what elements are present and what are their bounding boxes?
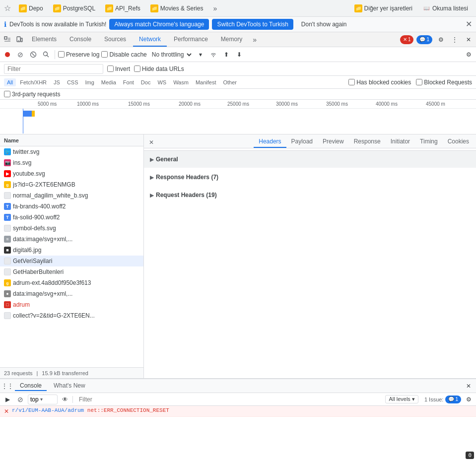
file-item-youtube[interactable]: ▶ youtube.svg (0, 168, 143, 179)
close-notification-button[interactable]: ✕ (466, 20, 472, 28)
console-filter-input[interactable] (77, 396, 383, 403)
bookmark-postgresql[interactable]: 📁 PostgreSQL (49, 3, 99, 14)
stop-button[interactable]: ⊘ (15, 49, 26, 60)
close-devtools-button[interactable]: ✕ (463, 34, 474, 45)
inspect-element-button[interactable] (2, 34, 13, 45)
throttle-select[interactable]: No throttling (149, 51, 193, 59)
search-button[interactable] (41, 49, 52, 60)
bookmark-other[interactable]: 📁 Diğer yer işaretleri (350, 3, 416, 14)
console-tab-console[interactable]: Console (15, 381, 47, 391)
tab-network[interactable]: Network (133, 32, 167, 47)
wifi-icon-button[interactable] (208, 49, 219, 60)
hide-data-urls-checkbox[interactable] (134, 66, 140, 72)
filter-type-media[interactable]: Media (98, 78, 119, 86)
detail-tab-headers[interactable]: Headers (254, 136, 286, 148)
blocked-requests-checkbox[interactable] (416, 79, 422, 85)
filter-type-all[interactable]: All (4, 78, 16, 86)
file-item-collect[interactable]: collect?v=2&tid=G-2XTE6EN... (0, 310, 143, 321)
console-eye-button[interactable]: 👁 (60, 394, 70, 405)
tab-sources[interactable]: Sources (98, 32, 132, 47)
settings-button[interactable]: ⚙ (435, 34, 446, 45)
tab-console[interactable]: Console (64, 32, 97, 47)
more-options-button[interactable]: ⋮ (449, 34, 460, 45)
close-console-button[interactable]: ✕ (463, 381, 474, 392)
record-button[interactable] (2, 49, 13, 60)
file-item-jsid[interactable]: g js?id=G-2XTE6ENMGB (0, 179, 143, 190)
file-item-data-svg-1[interactable]: ≡ data:image/svg+xml,... (0, 234, 143, 245)
import-button[interactable]: ⬆ (221, 49, 232, 60)
has-blocked-cookies-checkbox[interactable] (348, 79, 355, 85)
console-settings-button[interactable]: ⚙ (463, 394, 474, 405)
invert-label[interactable]: Invert (107, 66, 130, 72)
filter-input[interactable] (4, 64, 103, 74)
file-item-fa-brands[interactable]: T fa-brands-400.woff2 (0, 201, 143, 212)
bookmark-depo[interactable]: 📁 Depo (15, 3, 47, 14)
file-item-adrum[interactable]: □ adrum (0, 299, 143, 310)
third-party-label[interactable]: 3rd-party requests (4, 91, 60, 98)
preserve-log-label[interactable]: Preserve log (58, 51, 99, 58)
console-stop-button[interactable]: ⊘ (15, 394, 26, 405)
filter-type-manifest[interactable]: Manifest (193, 78, 219, 86)
console-execute-button[interactable]: ▶ (2, 394, 13, 405)
file-item-symbol-defs[interactable]: symbol-defs.svg (0, 223, 143, 234)
file-item-normal-dagilim[interactable]: normal_dagilim_white_b.svg (0, 190, 143, 201)
file-item-adrum-ext[interactable]: g adrum-ext.4a8dd0f950e3f613 (0, 277, 143, 288)
network-settings-button[interactable]: ⚙ (463, 49, 474, 60)
bookmark-movies[interactable]: 📁 Movies & Series (146, 3, 207, 14)
context-selector[interactable]: top ▾ (28, 395, 58, 404)
bookmark-more[interactable]: » (209, 3, 221, 14)
file-item-getverisayilari[interactable]: GetVeriSayilari (0, 256, 143, 266)
file-item-digital6[interactable]: ■ digital6.jpg (0, 245, 143, 256)
close-detail-button[interactable]: ✕ (146, 137, 157, 148)
console-tab-whats-new[interactable]: What's New (49, 381, 90, 391)
file-item-fa-solid[interactable]: T fa-solid-900.woff2 (0, 212, 143, 223)
filter-type-js[interactable]: JS (51, 78, 63, 86)
invert-checkbox[interactable] (107, 66, 114, 72)
general-section[interactable]: ▶ General (144, 150, 476, 168)
dont-show-again-button[interactable]: Don't show again (296, 19, 352, 30)
third-party-checkbox[interactable] (4, 91, 10, 97)
bookmark-api-refs[interactable]: 📁 API_Refs (101, 3, 144, 14)
filter-type-img[interactable]: Img (82, 78, 97, 86)
tick-35000: 35000 ms (326, 101, 348, 107)
console-drag-handle[interactable]: ⋮⋮ (2, 381, 13, 392)
clear-button[interactable] (28, 49, 39, 60)
filter-type-css[interactable]: CSS (64, 78, 81, 86)
blocked-requests-label[interactable]: Blocked Requests (416, 79, 472, 86)
device-toolbar-button[interactable] (14, 34, 25, 45)
filter-type-doc[interactable]: Doc (138, 78, 154, 86)
file-item-ins[interactable]: 📷 ins.svg (0, 157, 143, 168)
detail-tab-initiator[interactable]: Initiator (386, 136, 415, 148)
tab-memory[interactable]: Memory (215, 32, 248, 47)
disable-cache-checkbox[interactable] (101, 51, 108, 58)
detail-tab-payload[interactable]: Payload (286, 136, 318, 148)
filter-type-ws[interactable]: WS (154, 78, 169, 86)
error-url[interactable]: r/v1/EUM-AAB-AUA/adrum (12, 407, 84, 413)
all-levels-button[interactable]: All levels ▾ (385, 395, 418, 403)
detail-tab-cookies[interactable]: Cookies (443, 136, 474, 148)
filter-type-wasm[interactable]: Wasm (170, 78, 192, 86)
switch-devtools-button[interactable]: Switch DevTools to Turkish (212, 19, 293, 30)
response-headers-section[interactable]: ▶ Response Headers (7) (144, 168, 476, 186)
tab-performance[interactable]: Performance (168, 32, 214, 47)
request-headers-section[interactable]: ▶ Request Headers (19) (144, 186, 476, 203)
preserve-log-checkbox[interactable] (58, 51, 65, 58)
file-item-data-svg-2[interactable]: ● data:image/svg+xml,... (0, 288, 143, 299)
disable-cache-label[interactable]: Disable cache (101, 51, 146, 58)
detail-tab-preview[interactable]: Preview (318, 136, 349, 148)
always-match-button[interactable]: Always match Chrome's language (109, 19, 209, 30)
filter-type-font[interactable]: Font (120, 78, 137, 86)
detail-tab-timing[interactable]: Timing (415, 136, 443, 148)
bookmark-reading[interactable]: 📖 Okuma listesi (418, 3, 472, 14)
file-item-twitter[interactable]: 🐦 twitter.svg (0, 146, 143, 157)
has-blocked-cookies-label[interactable]: Has blocked cookies (348, 79, 411, 86)
tab-elements[interactable]: Elements (26, 32, 63, 47)
detail-tab-response[interactable]: Response (349, 136, 386, 148)
file-item-gethaberbultenleri[interactable]: GetHaberBultenleri (0, 266, 143, 277)
more-tabs-button[interactable]: » (249, 34, 260, 45)
throttle-down-button[interactable]: ▾ (195, 49, 206, 60)
export-button[interactable]: ⬇ (234, 49, 245, 60)
filter-type-fetch-xhr[interactable]: Fetch/XHR (17, 78, 50, 86)
filter-type-other[interactable]: Other (220, 78, 240, 86)
hide-data-urls-label[interactable]: Hide data URLs (134, 66, 184, 72)
